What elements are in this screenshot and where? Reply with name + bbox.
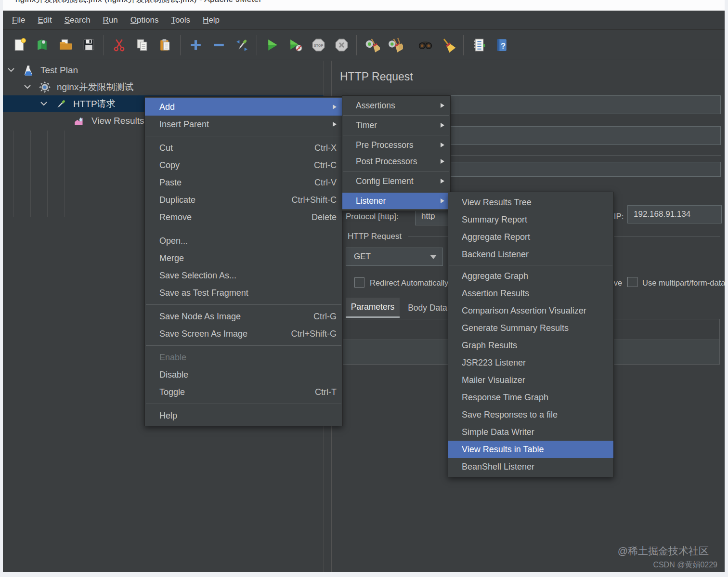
open-templates-icon[interactable] (31, 34, 54, 56)
context-menu-item-merge[interactable]: Merge (145, 249, 342, 267)
listener-item-assertion-results[interactable]: Assertion Results (448, 285, 613, 302)
tree-guide-line (13, 131, 14, 217)
tree-node-label: nginx并发限制测试 (57, 81, 133, 93)
context-menu-item-disable[interactable]: Disable (145, 366, 342, 383)
listener-item-jsr223-listener[interactable]: JSR223 Listener (448, 354, 613, 371)
listener-item-aggregate-graph[interactable]: Aggregate Graph (448, 267, 613, 285)
redirect-automatically-checkbox[interactable] (354, 277, 364, 288)
clear-all-icon[interactable] (383, 34, 406, 56)
shutdown-icon[interactable] (330, 34, 353, 56)
chevron-down-icon[interactable] (8, 68, 14, 72)
tree-node-test-plan[interactable]: Test Plan (3, 62, 324, 79)
context-menu-item-add[interactable]: Add (145, 98, 342, 116)
context-menu-item-save-as-test-fragment[interactable]: Save as Test Fragment (145, 284, 342, 302)
toolbar: STOP ? (3, 30, 725, 60)
menu-separator (146, 229, 341, 229)
context-menu-item-insert-parent[interactable]: Insert Parent (145, 116, 342, 133)
listener-item-graph-results[interactable]: Graph Results (448, 337, 613, 354)
add-submenu-item-listener[interactable]: Listener (342, 193, 450, 209)
menu-search[interactable]: Search (58, 13, 97, 28)
add-submenu-item-post-processors[interactable]: Post Processors (342, 153, 450, 170)
new-file-icon[interactable] (8, 34, 31, 56)
window-title: nginx并发限制测试.jmx (nginx并发限制测试.jmx) - Apac… (15, 0, 262, 5)
add-element-icon[interactable] (184, 34, 207, 56)
listener-item-view-results-in-table[interactable]: View Results in Table (448, 441, 613, 458)
menu-options[interactable]: Options (124, 13, 165, 28)
menu-help[interactable]: Help (196, 13, 226, 28)
context-menu-item-remove[interactable]: RemoveDelete (145, 209, 342, 226)
http-request-icon (55, 98, 67, 110)
context-menu-item-toggle[interactable]: ToggleCtrl-T (145, 383, 342, 401)
chevron-down-icon[interactable] (24, 85, 31, 89)
listener-item-save-responses-to-a-file[interactable]: Save Responses to a file (448, 406, 613, 423)
svg-text:STOP: STOP (313, 43, 323, 48)
tree-guide-line (30, 131, 31, 217)
start-icon[interactable] (260, 34, 284, 56)
method-select[interactable]: GET (346, 248, 443, 266)
search-icon[interactable] (414, 34, 437, 56)
menu-separator (343, 191, 449, 191)
copy-icon[interactable] (130, 34, 154, 56)
context-menu-item-enable[interactable]: Enable (145, 349, 342, 366)
watermark-juejin: @稀土掘金技术社区 (618, 544, 709, 558)
toolbar-separator (356, 35, 357, 55)
tree-node-thread-group[interactable]: nginx并发限制测试 (3, 79, 324, 95)
chevron-down-icon[interactable] (40, 102, 47, 106)
add-submenu-item-timer[interactable]: Timer (342, 117, 450, 133)
listener-item-response-time-graph[interactable]: Response Time Graph (448, 389, 613, 406)
cut-icon[interactable] (107, 34, 130, 56)
menu-separator (343, 171, 449, 171)
context-menu-item-save-selection-as[interactable]: Save Selection As... (145, 267, 342, 284)
search-reset-icon[interactable] (437, 34, 460, 56)
clear-icon[interactable] (360, 34, 383, 56)
context-menu-item-duplicate[interactable]: DuplicateCtrl+Shift-C (145, 191, 342, 209)
tree-node-label: HTTP请求 (73, 98, 116, 110)
listener-item-generate-summary-results[interactable]: Generate Summary Results (448, 319, 613, 337)
add-submenu-item-pre-processors[interactable]: Pre Processors (342, 137, 450, 153)
submenu-arrow-icon (441, 179, 444, 184)
server-input[interactable]: 192.168.91.134 (627, 205, 722, 223)
context-menu-item-cut[interactable]: CutCtrl-X (145, 139, 342, 157)
context-menu-item-help[interactable]: Help (145, 407, 342, 424)
open-file-icon[interactable] (54, 34, 77, 56)
listener-item-simple-data-writer[interactable]: Simple Data Writer (448, 423, 613, 441)
context-menu-item-copy[interactable]: CopyCtrl-C (145, 157, 342, 174)
paste-icon[interactable] (154, 34, 177, 56)
listener-item-comparison-assertion-visualizer[interactable]: Comparison Assertion Visualizer (448, 302, 613, 319)
remove-element-icon[interactable] (207, 34, 230, 56)
context-menu-item-paste[interactable]: PasteCtrl-V (145, 174, 342, 191)
listener-item-view-results-tree[interactable]: View Results Tree (448, 194, 613, 211)
method-value: GET (348, 248, 371, 265)
context-menu-item-save-screen-as-image[interactable]: Save Screen As ImageCtrl+Shift-G (145, 325, 342, 342)
menu-tools[interactable]: Tools (165, 13, 196, 28)
toolbar-separator (104, 35, 104, 55)
context-menu-item-save-node-as-image[interactable]: Save Node As ImageCtrl-G (145, 308, 342, 325)
tab-body-data[interactable]: Body Data (401, 298, 455, 318)
chevron-down-icon[interactable] (430, 255, 437, 259)
menu-separator (146, 345, 341, 346)
menu-run[interactable]: Run (97, 13, 124, 28)
add-submenu-item-assertions[interactable]: Assertions (342, 97, 450, 114)
context-menu: Add Insert Parent CutCtrl-X CopyCtrl-C P… (144, 96, 343, 426)
toolbar-separator (180, 35, 181, 55)
add-submenu-item-config-element[interactable]: Config Element (342, 173, 450, 189)
listener-item-mailer-visualizer[interactable]: Mailer Visualizer (448, 371, 613, 389)
context-menu-item-open[interactable]: Open... (145, 232, 342, 249)
tab-parameters[interactable]: Parameters (346, 298, 400, 318)
use-multipart-checkbox[interactable] (627, 277, 637, 287)
listener-item-backend-listener[interactable]: Backend Listener (448, 246, 613, 263)
save-icon[interactable] (77, 34, 100, 56)
toggle-elements-icon[interactable] (230, 34, 253, 56)
toolbar-separator (410, 35, 410, 55)
listener-item-summary-report[interactable]: Summary Report (448, 211, 613, 228)
menu-file[interactable]: File (6, 13, 31, 28)
submenu-arrow-icon (441, 143, 444, 147)
menu-edit[interactable]: Edit (31, 13, 58, 28)
menu-separator (449, 265, 612, 265)
function-helper-icon[interactable] (467, 34, 490, 56)
start-no-timers-icon[interactable] (284, 34, 307, 56)
help-icon[interactable]: ? (490, 34, 513, 56)
listener-item-aggregate-report[interactable]: Aggregate Report (448, 228, 613, 246)
stop-icon[interactable]: STOP (307, 34, 330, 56)
listener-item-beanshell-listener[interactable]: BeanShell Listener (448, 458, 613, 475)
